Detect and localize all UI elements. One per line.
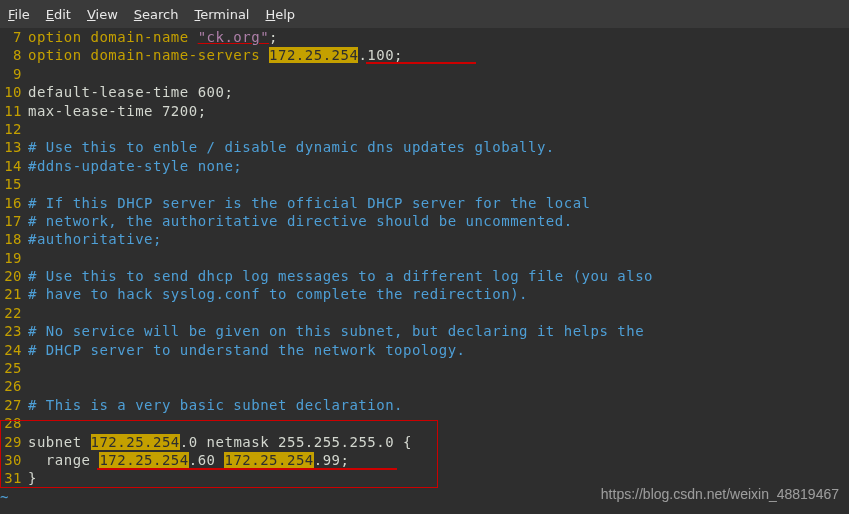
search-highlight: 172.25.254: [99, 452, 188, 468]
menu-terminal[interactable]: Terminal: [195, 7, 250, 22]
menu-help[interactable]: Help: [265, 7, 295, 22]
annotation-underline: [366, 62, 476, 64]
line-number: 11: [0, 102, 22, 120]
line-number: 19: [0, 249, 22, 267]
line-number: 23: [0, 322, 22, 340]
line-number: 8: [0, 46, 22, 64]
code-line: subnet 172.25.254.0 netmask 255.255.255.…: [28, 433, 849, 451]
line-number-gutter: 7 8 9 10 11 12 13 14 15 16 17 18 19 20 2…: [0, 28, 28, 514]
code-line: [28, 249, 849, 267]
line-number: 14: [0, 157, 22, 175]
code-line: [28, 304, 849, 322]
code-line: range 172.25.254.60 172.25.254.99;: [28, 451, 849, 469]
code-line: [28, 175, 849, 193]
line-number: 17: [0, 212, 22, 230]
code-line: option domain-name "ck.org";: [28, 28, 849, 46]
code-line: # Use this to enble / disable dynamic dn…: [28, 138, 849, 156]
watermark: https://blog.csdn.net/weixin_48819467: [601, 486, 839, 502]
code-line: [28, 65, 849, 83]
line-number: 28: [0, 414, 22, 432]
editor-area[interactable]: 7 8 9 10 11 12 13 14 15 16 17 18 19 20 2…: [0, 28, 849, 514]
line-number: 30: [0, 451, 22, 469]
line-number: 12: [0, 120, 22, 138]
line-number: 27: [0, 396, 22, 414]
line-number: 15: [0, 175, 22, 193]
line-number: 16: [0, 194, 22, 212]
line-number: 25: [0, 359, 22, 377]
line-number: 13: [0, 138, 22, 156]
line-number: 26: [0, 377, 22, 395]
code-line: #authoritative;: [28, 230, 849, 248]
line-number: 10: [0, 83, 22, 101]
code-line: [28, 359, 849, 377]
menu-edit[interactable]: Edit: [46, 7, 71, 22]
line-number: 9: [0, 65, 22, 83]
code-line: # Use this to send dhcp log messages to …: [28, 267, 849, 285]
code-line: [28, 120, 849, 138]
empty-line-tilde: ~: [0, 506, 849, 514]
code-line: # No service will be given on this subne…: [28, 322, 849, 340]
code-line: # DHCP server to understand the network …: [28, 341, 849, 359]
code-line: # If this DHCP server is the official DH…: [28, 194, 849, 212]
search-highlight: 172.25.254: [91, 434, 180, 450]
code-line: max-lease-time 7200;: [28, 102, 849, 120]
code-line: [28, 377, 849, 395]
line-number: 24: [0, 341, 22, 359]
menu-view[interactable]: View: [87, 7, 118, 22]
line-number: 7: [0, 28, 22, 46]
line-number: 20: [0, 267, 22, 285]
line-number: 22: [0, 304, 22, 322]
line-number: 21: [0, 285, 22, 303]
annotation-underline: [97, 468, 397, 470]
line-number: 18: [0, 230, 22, 248]
code-line: # This is a very basic subnet declaratio…: [28, 396, 849, 414]
menu-file[interactable]: File: [8, 7, 30, 22]
menu-search[interactable]: Search: [134, 7, 179, 22]
line-number: 31: [0, 469, 22, 487]
code-line: default-lease-time 600;: [28, 83, 849, 101]
code-line: [28, 414, 849, 432]
search-highlight: 172.25.254: [224, 452, 313, 468]
menubar: File Edit View Search Terminal Help: [0, 0, 849, 28]
code-line: }: [28, 469, 849, 487]
code-content[interactable]: option domain-name "ck.org"; option doma…: [28, 28, 849, 514]
search-highlight: 172.25.254: [269, 47, 358, 63]
code-line: # have to hack syslog.conf to complete t…: [28, 285, 849, 303]
line-number: 29: [0, 433, 22, 451]
code-line: # network, the authoritative directive s…: [28, 212, 849, 230]
code-line: #ddns-update-style none;: [28, 157, 849, 175]
